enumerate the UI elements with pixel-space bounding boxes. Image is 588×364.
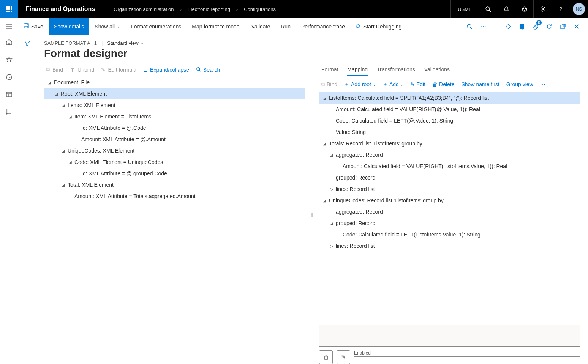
tree-row[interactable]: Amount: Calculated field = VALUE(RIGHT(L… [319,161,580,172]
show-details-button[interactable]: Show details [49,18,89,35]
tree-row[interactable]: ◢UniqueCodes: XML Element [44,145,305,156]
save-button[interactable]: Save [18,18,49,35]
chevron-down-icon[interactable]: ◢ [61,103,66,107]
show-all-button[interactable]: Show all ⌄ [89,18,125,35]
waffle-button[interactable] [0,0,18,18]
unbind-button[interactable]: 🗑 Unbind [70,67,94,73]
edit-formula-button[interactable]: ✎ Edit formula [101,67,136,73]
view-selector[interactable]: Standard view ⌄ [107,40,143,46]
tree-row[interactable]: Id: XML Attribute = @.grouped.Code [44,168,305,179]
gear-icon[interactable] [533,0,552,18]
chevron-down-icon[interactable]: ◢ [61,183,66,187]
chevron-right-icon[interactable]: ▷ [329,244,334,248]
chevron-down-icon[interactable]: ◢ [68,115,73,119]
tree-row[interactable]: Id: XML Attribute = @.Code [44,122,305,134]
tree-row[interactable]: ◢Root: XML Element [44,88,305,99]
tree-row[interactable]: Amount: XML Attribute = @.Amount [44,134,305,145]
chevron-down-icon[interactable]: ◢ [61,149,66,153]
map-format-button[interactable]: Map format to model [187,18,246,35]
tab-validations[interactable]: Validations [424,66,450,76]
performance-trace-button[interactable]: Performance trace [296,18,350,35]
avatar[interactable]: NS [573,3,585,15]
breadcrumb-item[interactable]: Configurations [244,6,276,12]
popout-icon[interactable] [556,18,570,35]
tree-row[interactable]: ◢Totals: Record list 'ListofItems' group… [319,138,580,149]
enabled-input[interactable] [354,356,580,364]
chevron-down-icon[interactable]: ◢ [322,199,327,203]
group-view-button[interactable]: Group view [506,81,533,87]
edit-button[interactable]: ✎ Edit [410,81,425,87]
mapping-tree[interactable]: ◢ListofItems: Calculated field = SPLIT("… [319,92,580,320]
home-icon[interactable] [6,39,13,47]
star-icon[interactable] [6,56,13,65]
tree-row[interactable]: ◢ListofItems: Calculated field = SPLIT("… [319,92,580,104]
company-label[interactable]: USMF [450,0,479,18]
filter-icon[interactable] [24,40,30,364]
tree-row[interactable]: Value: String [319,126,580,138]
tree-row[interactable]: Amount: Calculated field = VALUE(RIGHT(@… [319,104,580,115]
search-icon[interactable] [479,0,497,18]
chevron-right-icon[interactable]: ▷ [329,187,334,191]
tree-row[interactable]: ◢grouped: Record [319,217,580,229]
tree-row[interactable]: ◢Code: XML Element = UninqueCodes [44,156,305,168]
run-button[interactable]: Run [275,18,296,35]
help-icon[interactable]: ? [552,0,570,18]
tree-row[interactable]: ▷lines: Record list [319,240,580,252]
chevron-down-icon[interactable]: ◢ [54,92,59,96]
tree-row[interactable]: aggregated: Record [319,206,580,217]
tab-transformations[interactable]: Transformations [377,66,415,76]
tree-label: Value: String [336,129,366,135]
tree-row[interactable]: ◢Item: XML Element = ListofItems [44,111,305,122]
show-name-first-button[interactable]: Show name first [461,81,499,87]
delete-square-button[interactable] [319,350,333,364]
tree-row[interactable]: Amount: XML Attribute = Totals.aggregate… [44,191,305,202]
tree-row[interactable]: ◢Total: XML Element [44,179,305,191]
format-tree[interactable]: ◢Document: File◢Root: XML Element◢Items:… [44,77,305,364]
chevron-down-icon[interactable]: ◢ [322,96,327,100]
chevron-down-icon[interactable]: ◢ [329,221,334,225]
tree-row[interactable]: ▷lines: Record list [319,183,580,195]
chevron-down-icon[interactable]: ◢ [47,80,52,85]
tree-row[interactable]: Code: Calculated field = LEFT(ListofItem… [319,229,580,240]
format-enumerations-button[interactable]: Format enumerations [125,18,187,35]
smiley-icon[interactable] [515,0,533,18]
chevron-down-icon[interactable]: ◢ [68,160,73,164]
modules-icon[interactable] [6,109,13,117]
breadcrumb-item[interactable]: Organization administration [114,6,174,12]
add-button[interactable]: ＋ Add ⌄ [383,81,403,88]
tree-row[interactable]: grouped: Record [319,172,580,183]
chevron-down-icon[interactable]: ◢ [322,142,327,146]
bell-icon[interactable] [497,0,515,18]
tab-format[interactable]: Format [321,66,338,76]
add-root-button[interactable]: ＋ Add root ⌄ [344,81,376,88]
chevron-down-icon[interactable]: ◢ [329,153,334,157]
attachment-icon[interactable]: 0 [529,18,542,35]
delete-button[interactable]: 🗑 Delete [432,81,454,87]
close-icon[interactable] [570,18,583,35]
tree-row[interactable]: ◢Items: XML Element [44,99,305,111]
more-icon[interactable]: ⋯ [540,81,545,87]
more-icon[interactable]: ⋯ [476,18,490,35]
diamond-icon[interactable] [501,18,515,35]
search-button[interactable]: Search [196,67,220,73]
tree-row[interactable]: ◢UninqueCodes: Record list 'ListofItems'… [319,195,580,206]
find-icon[interactable] [463,18,476,35]
bind-button[interactable]: ⧉ Bind [321,81,337,88]
splitter[interactable]: ‖ [310,65,315,364]
tree-row[interactable]: Code: Calculated field = LEFT(@.Value, 1… [319,115,580,126]
hamburger-icon[interactable] [0,18,18,35]
breadcrumb-item[interactable]: Electronic reporting [188,6,230,12]
workspace-icon[interactable] [6,91,13,99]
formula-box[interactable] [319,325,580,347]
clock-icon[interactable] [6,74,13,82]
office-icon[interactable] [515,18,529,35]
start-debugging-button[interactable]: Start Debugging [350,18,407,35]
edit-square-button[interactable]: ✎ [337,350,350,364]
tab-mapping[interactable]: Mapping [347,66,368,76]
bind-button[interactable]: ⧉ Bind [46,66,63,73]
tree-row[interactable]: ◢aggregated: Record [319,149,580,161]
refresh-icon[interactable] [542,18,556,35]
validate-button[interactable]: Validate [246,18,276,35]
expand-collapse-button[interactable]: ≣ Expand/collapse [143,67,189,73]
tree-row[interactable]: ◢Document: File [44,77,305,88]
